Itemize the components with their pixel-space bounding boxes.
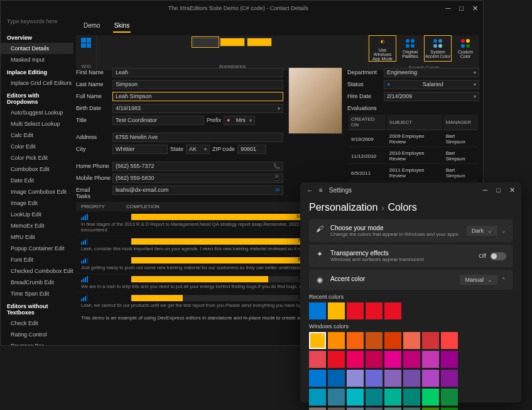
color-swatch[interactable] bbox=[347, 370, 364, 387]
sidebar-item[interactable]: Date Edit bbox=[1, 175, 73, 186]
sidebar-item[interactable]: Time Span Edit bbox=[1, 288, 73, 299]
homephone-input[interactable]: (562) 555-7372📞 bbox=[112, 162, 283, 171]
maximize-icon[interactable]: □ bbox=[496, 186, 501, 194]
original-palettes-button[interactable]: Original Palettes bbox=[396, 35, 424, 62]
color-swatch[interactable] bbox=[347, 302, 364, 319]
address-input[interactable]: 6755 Newlin Ave bbox=[112, 133, 283, 142]
color-swatch[interactable] bbox=[403, 389, 420, 406]
mobile-icon[interactable]: 📱 bbox=[273, 175, 280, 181]
color-swatch[interactable] bbox=[441, 407, 458, 410]
sidebar-item[interactable]: Calc Edit bbox=[1, 130, 73, 141]
color-swatch[interactable] bbox=[384, 332, 401, 349]
sidebar-item[interactable]: Image Combobox Edit bbox=[1, 186, 73, 197]
color-swatch[interactable] bbox=[347, 351, 364, 368]
color-swatch[interactable] bbox=[422, 370, 439, 387]
zip-input[interactable]: 90601 bbox=[237, 145, 266, 154]
chevron-up-icon[interactable]: ⌃ bbox=[501, 277, 506, 283]
color-swatch[interactable] bbox=[403, 407, 420, 410]
sidebar-item[interactable]: MRU Edit bbox=[1, 231, 73, 243]
color-swatch[interactable] bbox=[384, 351, 401, 368]
app-mode-button[interactable]: ◐ Use Windows App Mode bbox=[369, 35, 396, 62]
menu-icon[interactable]: ≡ bbox=[319, 187, 323, 194]
color-swatch[interactable] bbox=[309, 351, 326, 368]
mobilephone-input[interactable]: (562) 559-5830📱 bbox=[112, 174, 283, 183]
color-swatch[interactable] bbox=[441, 370, 458, 387]
sidebar-item[interactable]: AutoSuggest Lookup bbox=[1, 107, 73, 118]
color-swatch[interactable] bbox=[328, 302, 345, 319]
chevron-down-icon[interactable]: ▾ bbox=[204, 147, 207, 152]
department-input[interactable]: Engineering▾ bbox=[384, 68, 479, 77]
color-swatch[interactable] bbox=[347, 332, 364, 349]
color-swatch[interactable] bbox=[328, 389, 345, 406]
contact-photo[interactable] bbox=[288, 67, 342, 134]
crumb-personalization[interactable]: Personalization bbox=[309, 202, 377, 213]
chevron-down-icon[interactable]: ▾ bbox=[278, 106, 280, 111]
maximize-icon[interactable]: □ bbox=[459, 4, 464, 13]
transparency-toggle[interactable] bbox=[490, 252, 506, 260]
chevron-down-icon[interactable]: ▾ bbox=[474, 94, 476, 99]
color-swatch[interactable] bbox=[309, 302, 326, 319]
color-swatch[interactable] bbox=[422, 351, 439, 368]
setting-mode[interactable]: 🖌Choose your modeChange the colors that … bbox=[309, 219, 513, 242]
color-swatch[interactable] bbox=[328, 407, 345, 410]
color-swatch[interactable] bbox=[422, 332, 439, 349]
color-swatch[interactable] bbox=[347, 407, 364, 410]
color-swatch[interactable] bbox=[328, 370, 345, 387]
sidebar-item[interactable]: MemoEx Edit bbox=[1, 220, 73, 231]
mode-dropdown[interactable]: Dark⌄ bbox=[467, 226, 497, 236]
skin-swatch[interactable] bbox=[247, 38, 272, 47]
color-swatch[interactable] bbox=[366, 407, 383, 410]
sidebar-item[interactable]: Color Edit bbox=[1, 141, 73, 152]
sidebar-item[interactable]: BreadCrumb Edit bbox=[1, 277, 73, 288]
color-swatch[interactable] bbox=[422, 389, 439, 406]
color-swatch[interactable] bbox=[366, 389, 383, 406]
color-swatch[interactable] bbox=[441, 389, 458, 406]
sidebar-item[interactable]: Font Edit bbox=[1, 254, 73, 265]
accent-dropdown[interactable]: Manual⌄ bbox=[460, 275, 497, 285]
lastname-input[interactable]: Simpson bbox=[112, 80, 283, 89]
color-swatch[interactable] bbox=[328, 332, 345, 349]
prefix-input[interactable]: ●Mrs▾ bbox=[224, 116, 255, 125]
sidebar-item[interactable]: Check Edit bbox=[1, 318, 73, 329]
system-accent-button[interactable]: System Accent Color bbox=[424, 35, 452, 62]
chevron-down-icon[interactable]: ⌄ bbox=[501, 228, 506, 234]
birthdate-input[interactable]: 4/19/1983▾ bbox=[112, 104, 283, 113]
eval-col-header[interactable]: CREATED ON bbox=[349, 114, 386, 130]
setting-transparency[interactable]: ✦Transparency effectsWindows and surface… bbox=[309, 245, 513, 267]
color-swatch[interactable] bbox=[384, 407, 401, 410]
minimize-icon[interactable]: ─ bbox=[483, 186, 488, 194]
color-swatch[interactable] bbox=[309, 370, 326, 387]
sidebar-item[interactable]: Checked Combobox Edit bbox=[1, 265, 73, 277]
tab-skins[interactable]: Skins bbox=[113, 19, 131, 33]
color-swatch[interactable] bbox=[422, 407, 439, 410]
chevron-down-icon[interactable]: ▾ bbox=[474, 70, 476, 75]
status-input[interactable]: ●Salaried▾ bbox=[384, 80, 479, 89]
mail-icon[interactable]: ✉ bbox=[275, 187, 280, 193]
color-swatch[interactable] bbox=[309, 407, 326, 410]
phone-icon[interactable]: 📞 bbox=[273, 163, 280, 169]
wxi-icon[interactable] bbox=[81, 38, 91, 48]
close-icon[interactable]: ✕ bbox=[472, 4, 478, 13]
sidebar-item[interactable]: Progress Bar bbox=[1, 340, 73, 345]
color-swatch[interactable] bbox=[366, 332, 383, 349]
sidebar-item[interactable]: Image Edit bbox=[1, 197, 73, 209]
sidebar-item[interactable]: Color Pick Edit bbox=[1, 152, 73, 163]
color-swatch[interactable] bbox=[309, 332, 326, 349]
skin-swatch[interactable] bbox=[220, 38, 245, 47]
sidebar-item[interactable]: Rating Control bbox=[1, 329, 73, 340]
hiredate-input[interactable]: 2/14/2009▾ bbox=[384, 92, 479, 101]
color-swatch[interactable] bbox=[384, 389, 401, 406]
state-input[interactable]: AK▾ bbox=[186, 145, 210, 154]
fullname-input[interactable]: Leah Simpson bbox=[112, 92, 283, 101]
table-row[interactable]: 11/12/20102010 Employee ReviewBart Simps… bbox=[349, 148, 478, 164]
skin-swatch[interactable] bbox=[193, 38, 218, 47]
eval-col-header[interactable]: MANAGER bbox=[443, 114, 478, 130]
city-input[interactable]: Whittier bbox=[112, 145, 168, 154]
color-swatch[interactable] bbox=[403, 370, 420, 387]
sidebar-item[interactable]: Contact Details bbox=[1, 43, 73, 54]
search-input[interactable] bbox=[7, 18, 70, 25]
color-swatch[interactable] bbox=[328, 351, 345, 368]
chevron-down-icon[interactable]: ▾ bbox=[249, 118, 252, 123]
sidebar-item[interactable]: Multi Select Lookup bbox=[1, 118, 73, 130]
sidebar-item[interactable]: Inplace Grid Cell Editors bbox=[1, 77, 73, 89]
